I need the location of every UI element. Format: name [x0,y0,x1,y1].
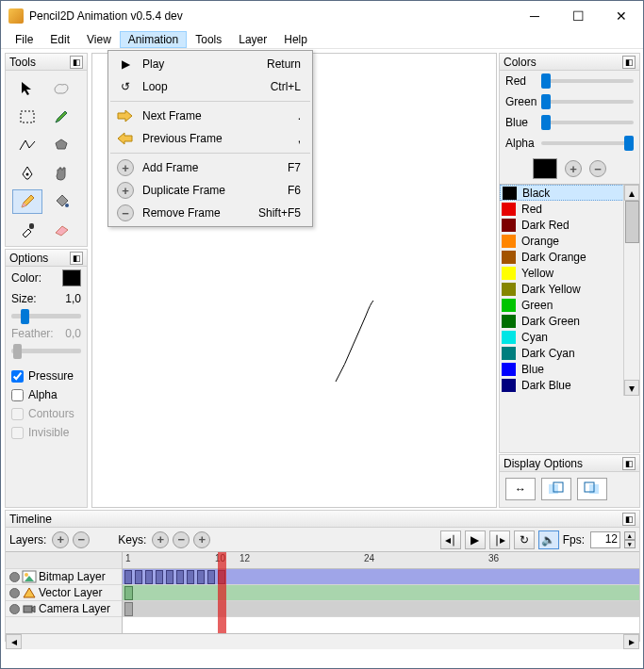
goto-end-button[interactable]: ∣▸ [489,530,510,549]
vector-track[interactable] [123,585,639,601]
remove-key-button[interactable]: − [173,531,190,548]
hand-tool[interactable] [46,161,76,186]
maximize-button[interactable]: ☐ [556,1,600,30]
mirror-h-button[interactable]: ↔ [505,478,536,500]
play-icon: ▶ [116,57,135,71]
palette-item[interactable]: Yellow [500,265,639,281]
panel-float-button[interactable]: ◧ [622,457,636,470]
contours-checkbox: Contours [6,404,87,423]
add-color-button[interactable]: + [565,160,582,177]
fps-spinner[interactable]: ▴▾ [624,531,636,548]
size-slider[interactable] [11,314,81,318]
loop-button[interactable]: ↻ [514,530,535,549]
onion-prev-button[interactable] [541,478,571,500]
keyframe[interactable] [135,570,142,584]
fps-input[interactable]: 12 [590,531,620,548]
menu-item-play[interactable]: ▶ Play Return [108,53,312,75]
panel-float-button[interactable]: ◧ [70,56,83,69]
alpha-checkbox[interactable]: Alpha [6,385,87,404]
panel-float-button[interactable]: ◧ [622,513,636,526]
keyframe[interactable] [166,570,173,584]
alpha-slider[interactable] [541,141,634,145]
palette-item[interactable]: Blue [500,361,639,377]
menu-tools[interactable]: Tools [187,31,230,48]
current-color-swatch[interactable] [533,158,557,179]
pencil-tool[interactable] [12,189,42,214]
palette-item[interactable]: Green [500,297,639,313]
green-slider[interactable] [541,100,634,104]
palette-item[interactable]: Dark Yellow [500,281,639,297]
menu-item-remove-frame[interactable]: − Remove Frame Shift+F5 [108,202,312,224]
smudge-tool[interactable] [46,133,76,157]
menu-help[interactable]: Help [275,31,316,48]
palette-item[interactable]: Orange [500,233,639,249]
menu-item-add-frame[interactable]: + Add Frame F7 [108,156,312,179]
select-tool[interactable] [12,105,42,129]
red-slider[interactable] [541,79,634,83]
blue-slider[interactable] [541,121,634,124]
panel-float-button[interactable]: ◧ [622,56,636,69]
camera-track[interactable] [123,601,639,617]
keyframe[interactable] [124,570,132,584]
palette-item[interactable]: Dark Blue [500,377,639,393]
palette-item[interactable]: Cyan [500,329,639,345]
sound-button[interactable]: 🔈 [538,530,559,549]
brush-tool[interactable] [46,105,76,129]
layer-row-camera[interactable]: Camera Layer [6,601,122,617]
frames-area[interactable]: 110122436 [123,552,639,633]
scroll-up-icon[interactable]: ▴ [624,185,639,201]
menu-animation[interactable]: Animation [120,31,187,48]
bitmap-track[interactable] [123,569,639,585]
pressure-checkbox[interactable]: Pressure [6,367,87,385]
minimize-button[interactable]: ─ [513,1,556,30]
remove-color-button[interactable]: − [589,160,606,177]
playhead[interactable] [218,552,226,633]
goto-start-button[interactable]: ◂∣ [440,530,461,549]
palette-item[interactable]: Dark Cyan [500,345,639,361]
add-key-button[interactable]: + [152,531,169,548]
add-layer-button[interactable]: + [52,531,69,548]
keyframe[interactable] [145,570,153,584]
menu-item-loop[interactable]: ↺ Loop Ctrl+L [108,75,312,98]
palette-item[interactable]: Dark Green [500,313,639,329]
play-button[interactable]: ▶ [465,530,486,549]
timeline-h-scrollbar[interactable]: ◂▸ [6,633,639,649]
visibility-icon[interactable] [9,588,20,598]
menu-item-next-frame[interactable]: Next Frame . [108,105,312,127]
move-tool[interactable] [12,76,42,101]
duplicate-key-button[interactable]: + [193,531,210,548]
visibility-icon[interactable] [9,604,20,614]
keyframe[interactable] [176,570,184,584]
frame-ruler[interactable]: 110122436 [123,552,639,569]
bucket-tool[interactable] [46,189,76,214]
palette-item[interactable]: Black [500,185,639,201]
polyline-tool[interactable] [12,133,42,157]
menu-layer[interactable]: Layer [230,31,275,48]
menu-view[interactable]: View [78,31,120,48]
layer-row-bitmap[interactable]: Bitmap Layer [6,569,122,585]
menu-file[interactable]: File [7,31,41,48]
eyedropper-tool[interactable] [12,218,42,242]
clear-tool[interactable] [46,76,76,101]
palette-item[interactable]: Dark Red [500,217,639,233]
menu-item-previous-frame[interactable]: Previous Frame , [108,127,312,150]
keyframe[interactable] [197,570,205,584]
pen-tool[interactable] [12,161,42,186]
menu-edit[interactable]: Edit [41,31,78,48]
eraser-tool[interactable] [46,218,76,242]
keyframe[interactable] [156,570,163,584]
scroll-down-icon[interactable]: ▾ [624,380,639,396]
palette-scrollbar[interactable]: ▴ ▾ [623,185,639,396]
panel-float-button[interactable]: ◧ [70,252,83,265]
visibility-icon[interactable] [9,572,20,582]
layer-row-vector[interactable]: Vector Layer [6,585,122,601]
keyframe[interactable] [207,570,215,584]
keyframe[interactable] [187,570,194,584]
palette-item[interactable]: Dark Orange [500,249,639,265]
menu-item-duplicate-frame[interactable]: + Duplicate Frame F6 [108,179,312,202]
onion-next-button[interactable] [577,478,607,500]
close-button[interactable]: ✕ [600,1,643,30]
palette-item[interactable]: Red [500,201,639,217]
color-swatch[interactable] [62,269,81,286]
remove-layer-button[interactable]: − [73,531,90,548]
